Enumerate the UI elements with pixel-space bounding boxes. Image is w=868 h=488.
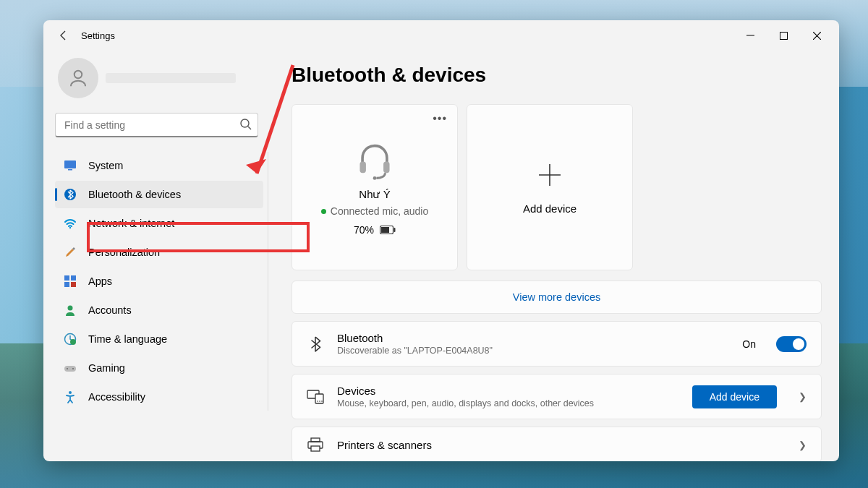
add-device-button[interactable]: Add device	[692, 385, 777, 408]
arrow-left-icon	[58, 30, 69, 41]
accounts-icon	[64, 304, 77, 317]
more-options-button[interactable]: •••	[433, 112, 447, 125]
nav-list: System Bluetooth & devices Network & int…	[55, 152, 268, 411]
sidebar-item-apps[interactable]: Apps	[55, 267, 263, 295]
bluetooth-icon	[64, 188, 77, 201]
svg-point-17	[69, 391, 72, 394]
search-icon	[239, 118, 252, 134]
close-button[interactable]	[800, 21, 833, 50]
sidebar-item-gaming[interactable]: Gaming	[55, 354, 263, 382]
svg-rect-9	[64, 282, 69, 287]
svg-rect-0	[780, 32, 787, 39]
svg-rect-18	[359, 161, 365, 173]
svg-rect-3	[64, 160, 76, 168]
battery-icon	[380, 226, 396, 234]
svg-rect-7	[64, 275, 69, 281]
clock-globe-icon	[64, 333, 77, 346]
device-battery: 70%	[354, 224, 396, 236]
device-name: Như Ý	[359, 188, 390, 201]
svg-point-1	[75, 71, 82, 79]
sidebar-item-personalization[interactable]: Personalization	[55, 239, 263, 266]
svg-point-16	[72, 368, 74, 369]
add-device-card[interactable]: Add device	[467, 104, 633, 270]
devices-icon	[307, 390, 324, 404]
svg-point-2	[241, 119, 249, 127]
row-title: Devices	[337, 385, 679, 397]
page-title: Bluetooth & devices	[292, 64, 822, 87]
svg-rect-14	[64, 366, 76, 372]
bluetooth-toggle-row[interactable]: Bluetooth Discoverable as "LAPTOP-E004A8…	[292, 321, 822, 367]
connected-status-dot-icon	[321, 209, 326, 214]
view-more-devices-link[interactable]: View more devices	[292, 281, 822, 314]
apps-icon	[64, 275, 77, 288]
sidebar-item-label: Time & language	[88, 333, 167, 345]
sidebar-item-label: Accessibility	[88, 391, 145, 403]
avatar	[58, 58, 98, 98]
printers-scanners-row[interactable]: Printers & scanners ❯	[292, 427, 822, 461]
row-title: Printers & scanners	[337, 439, 777, 451]
printer-icon	[307, 437, 324, 452]
gamepad-icon	[64, 361, 77, 374]
sidebar-item-time-language[interactable]: Time & language	[55, 325, 263, 353]
devices-row[interactable]: Devices Mouse, keyboard, pen, audio, dis…	[292, 374, 822, 419]
svg-rect-8	[71, 275, 76, 281]
svg-rect-4	[68, 169, 72, 171]
svg-rect-29	[311, 438, 320, 442]
display-icon	[64, 159, 77, 172]
sidebar-item-system[interactable]: System	[55, 152, 263, 179]
maximize-icon	[780, 32, 788, 40]
user-account-row[interactable]	[55, 58, 268, 98]
chevron-right-icon: ❯	[799, 440, 807, 450]
sidebar-item-label: Bluetooth & devices	[88, 189, 181, 200]
bluetooth-outline-icon	[307, 336, 324, 352]
sidebar: System Bluetooth & devices Network & int…	[43, 51, 271, 461]
add-device-label: Add device	[523, 202, 576, 215]
svg-point-15	[67, 368, 68, 369]
sidebar-item-label: Accounts	[88, 304, 132, 316]
sidebar-item-label: Personalization	[88, 247, 160, 258]
sidebar-item-label: Gaming	[88, 362, 125, 374]
settings-window: Settings Syste	[43, 20, 839, 461]
wifi-icon	[64, 217, 77, 230]
svg-point-20	[373, 176, 377, 180]
sidebar-item-label: System	[88, 160, 123, 171]
titlebar: Settings	[43, 20, 839, 51]
svg-point-13	[70, 339, 76, 345]
paired-device-card[interactable]: ••• Như Ý Connected mic, audio 70%	[292, 104, 458, 270]
sidebar-item-accessibility[interactable]: Accessibility	[55, 383, 263, 411]
window-title: Settings	[81, 30, 115, 41]
svg-rect-25	[315, 394, 323, 403]
chevron-right-icon: ❯	[799, 391, 807, 402]
sidebar-item-label: Apps	[88, 275, 112, 287]
user-icon	[67, 67, 89, 89]
sidebar-item-network[interactable]: Network & internet	[55, 210, 263, 237]
back-button[interactable]	[49, 21, 78, 50]
plus-icon	[535, 160, 564, 189]
main-content: Bluetooth & devices ••• Như Ý Connected …	[271, 51, 839, 461]
sidebar-item-label: Network & internet	[88, 218, 174, 229]
svg-point-26	[317, 401, 318, 402]
svg-rect-23	[394, 228, 396, 232]
svg-rect-22	[381, 227, 389, 233]
bluetooth-toggle[interactable]	[776, 336, 807, 352]
svg-point-28	[321, 401, 323, 402]
svg-rect-19	[383, 161, 389, 173]
sidebar-item-accounts[interactable]: Accounts	[55, 296, 263, 324]
minimize-button[interactable]	[733, 21, 767, 50]
minimize-icon	[746, 32, 754, 40]
sidebar-item-bluetooth-devices[interactable]: Bluetooth & devices	[55, 181, 263, 208]
paintbrush-icon	[64, 246, 77, 259]
maximize-button[interactable]	[767, 21, 800, 50]
svg-point-6	[69, 227, 71, 228]
search-input[interactable]	[55, 113, 258, 137]
svg-point-11	[68, 306, 73, 311]
row-description: Mouse, keyboard, pen, audio, displays an…	[337, 398, 679, 408]
close-icon	[813, 32, 821, 40]
headset-icon	[354, 139, 396, 181]
user-name-placeholder	[106, 73, 236, 83]
row-description: Discoverable as "LAPTOP-E004A8U8"	[337, 346, 729, 356]
svg-rect-10	[71, 282, 76, 287]
svg-point-27	[319, 401, 320, 402]
svg-rect-31	[311, 446, 320, 451]
accessibility-icon	[64, 390, 77, 403]
